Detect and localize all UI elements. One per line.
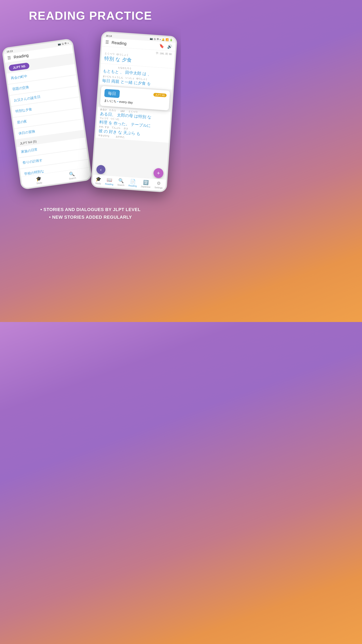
front-nav-search-label: Search <box>117 184 124 186</box>
phone-front: 16:14 📷 G ⚙ • 🔔 📶 🔋 ☰ Reading 🔖 🔊 字: 186… <box>91 31 177 192</box>
nav-search[interactable]: 🔍 Search <box>68 171 76 180</box>
phone-front-bottom-nav: 🎓 Study 📖 Reading 🔍 Search 📄 Reading 🈳 J… <box>92 174 166 191</box>
front-reading-study-icon: 📖 <box>107 177 113 183</box>
footer-line1: • STORIES AND DIALOGUES BY JLPT LEVEL <box>40 206 141 213</box>
front-japanese-icon: 🈳 <box>143 180 149 185</box>
back-button[interactable]: ‹ <box>96 165 106 174</box>
popup-word: 毎日 <box>104 89 120 98</box>
nav-study-label: Study <box>36 181 42 184</box>
front-settings-icon: ⚙ <box>157 180 161 186</box>
footer-bullets: • STORIES AND DIALOGUES BY JLPT LEVEL • … <box>36 206 145 221</box>
header-actions: 🔖 🔊 <box>159 44 172 49</box>
front-nav-japanese[interactable]: 🈳 Japanese <box>141 179 151 188</box>
footer-line2: • NEW STORIES ADDED REGULARLY <box>40 213 141 221</box>
popup-jlpt-badge: JLPT N5 <box>153 92 167 97</box>
phones-container: 16:13 📷 G ⚙ • ☰ Reading JLPT N5 再会の町中 宿題… <box>0 29 181 199</box>
jlpt-n5-badge[interactable]: JLPT N5 <box>8 62 30 72</box>
front-nav-study-label: Study <box>95 182 101 185</box>
story-list-n5: 再会の町中 宿題の交換 お父さんの誕生日 特別な夕食 星の夜 休日の冒険 <box>6 64 84 140</box>
front-nav-reading-label: Reading <box>128 184 137 188</box>
phone-back-time: 16:13 <box>6 50 13 53</box>
phone-front-header-title: Reading <box>111 40 127 46</box>
front-nav-search[interactable]: 🔍 Search <box>117 178 125 186</box>
popup-card: 毎日 JLPT N5 まいにち • every day <box>100 86 170 110</box>
front-nav-reading-study-label: Reading <box>105 183 113 186</box>
phone-back: 16:13 📷 G ⚙ • ☰ Reading JLPT N5 再会の町中 宿題… <box>1 38 92 190</box>
phone-back-header-title: Reading <box>13 53 29 60</box>
popup-reading: まいにち • every day <box>104 98 166 107</box>
front-nav-reading[interactable]: 📄 Reading <box>128 178 137 188</box>
study-icon: 🎓 <box>35 176 42 182</box>
front-reading-icon: 📄 <box>130 179 136 184</box>
hamburger-icon[interactable]: ☰ <box>7 55 11 60</box>
fab-button[interactable]: + <box>153 168 164 178</box>
front-study-icon: 🎓 <box>95 176 101 182</box>
front-search-icon: 🔍 <box>118 178 124 184</box>
nav-search-label: Search <box>69 177 76 180</box>
nav-study[interactable]: 🎓 Study <box>35 176 42 184</box>
front-nav-settings[interactable]: ⚙ Settings <box>154 180 163 189</box>
phone-front-time: 16:14 <box>106 34 112 37</box>
phone-back-content: JLPT N5 再会の町中 宿題の交換 お父さんの誕生日 特別な夕食 星の夜 休… <box>5 54 90 180</box>
front-nav-reading-study[interactable]: 📖 Reading <box>105 177 114 186</box>
bookmark-icon[interactable]: 🔖 <box>159 44 164 48</box>
front-nav-settings-label: Settings <box>154 186 163 189</box>
front-nav-japanese-label: Japanese <box>141 185 151 188</box>
front-nav-study[interactable]: 🎓 Study <box>95 176 101 185</box>
reading-content-lower: あるひ たろう はは とくべつ ある日、 太郎の母 は特別 な りょうり つくっ… <box>96 107 171 143</box>
phone-back-status-icons: 📷 G ⚙ • <box>58 42 69 46</box>
search-icon: 🔍 <box>69 171 75 177</box>
front-hamburger-icon[interactable]: ☰ <box>105 40 109 45</box>
hero-title: READING PRACTICE <box>29 9 152 22</box>
speaker-icon[interactable]: 🔊 <box>167 44 172 49</box>
